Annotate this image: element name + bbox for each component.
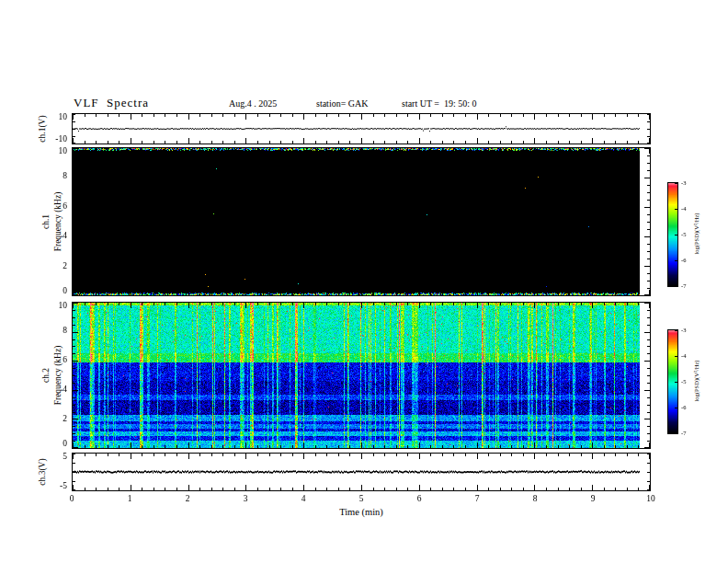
x-tick-label: 7 (475, 495, 480, 504)
x-tick-label: 9 (591, 495, 596, 504)
y-tick-label: 5 (63, 453, 67, 462)
x-tick-label: 6 (417, 495, 422, 504)
ch2-spectrogram-ylabel-frequency: Frequency (kHz) (53, 346, 63, 406)
ch1-spectrogram-ylabel-frequency: Frequency (kHz) (53, 192, 63, 252)
ch1-voltage-ylabel: ch.1(V) (38, 115, 47, 142)
colorbar-ch2 (667, 329, 678, 434)
colorbar-ch2-gradient-canvas (668, 330, 677, 433)
station-label: station= GAK (316, 98, 368, 109)
colorbar-tick-label: -3 (681, 327, 686, 334)
colorbar-tick-label: -7 (681, 283, 686, 290)
colorbar-tick-label: -4 (681, 353, 686, 360)
colorbar-tick-label: -4 (681, 206, 686, 213)
x-tick-label: 3 (244, 495, 248, 504)
plot-title: VLF Spectra (74, 96, 149, 110)
y-tick-label: 10 (59, 302, 68, 311)
x-tick-label: 0 (70, 495, 74, 504)
panel-ch1-voltage (72, 113, 651, 144)
colorbar-ch1 (667, 182, 678, 287)
colorbar-tick-label: -5 (681, 232, 686, 238)
y-tick-label: 10 (59, 113, 68, 122)
y-tick-label: -10 (55, 135, 67, 144)
y-tick-label: 4 (63, 232, 67, 241)
colorbar-tick-label: -7 (681, 431, 686, 437)
y-tick-label: 0 (63, 287, 67, 296)
y-tick-label: 0 (63, 440, 67, 449)
ch3-voltage-ylabel: ch.3(V) (38, 458, 47, 485)
colorbar-tick-label: -6 (681, 258, 686, 264)
date-label: Aug.4 . 2025 (229, 98, 277, 109)
ch1-spectrogram-canvas (73, 148, 650, 295)
y-tick-label: -5 (60, 482, 67, 491)
ch1-voltage-trace-canvas (73, 114, 650, 144)
ch1-spectrogram-ylabel-channel: ch.1 (41, 214, 51, 229)
x-tick-label: 5 (359, 495, 364, 504)
colorbar-tick-label: -3 (681, 180, 686, 187)
colorbar-ch1-gradient-canvas (668, 183, 677, 286)
ch2-spectrogram-canvas (73, 303, 650, 448)
panel-ch3-voltage (72, 453, 651, 491)
panel-ch2-spectrogram (72, 302, 651, 449)
ch2-spectrogram-ylabel-channel: ch.2 (41, 368, 51, 383)
colorbar-tick-label: -5 (681, 379, 686, 385)
x-tick-label: 1 (128, 495, 132, 504)
y-tick-label: 4 (63, 385, 67, 395)
y-tick-label: 8 (63, 327, 67, 336)
colorbar-ch1-unit-label: log(PSD)(V²/Hz) (693, 213, 700, 255)
y-tick-label: 2 (63, 262, 67, 271)
y-tick-label: 8 (63, 173, 67, 182)
x-axis-title: Time (min) (72, 507, 651, 517)
colorbar-tick-label: -6 (681, 405, 686, 411)
y-tick-label: 6 (63, 202, 67, 212)
x-tick-label: 10 (646, 495, 655, 504)
y-tick-label: 2 (63, 415, 67, 424)
x-tick-label: 2 (186, 495, 190, 504)
panel-ch1-spectrogram (72, 147, 651, 296)
y-tick-label: 6 (63, 356, 67, 365)
y-tick-label: 10 (59, 147, 68, 156)
ch3-voltage-trace-canvas (73, 454, 650, 490)
x-tick-label: 8 (533, 495, 538, 504)
colorbar-ch2-unit-label: log(PSD)(V²/Hz) (693, 361, 700, 402)
start-ut-label: start UT = 19: 50: 0 (402, 98, 477, 109)
x-tick-label: 4 (301, 495, 306, 504)
vlf-spectra-figure: VLF Spectra Aug.4 . 2025 station= GAK st… (0, 0, 728, 563)
